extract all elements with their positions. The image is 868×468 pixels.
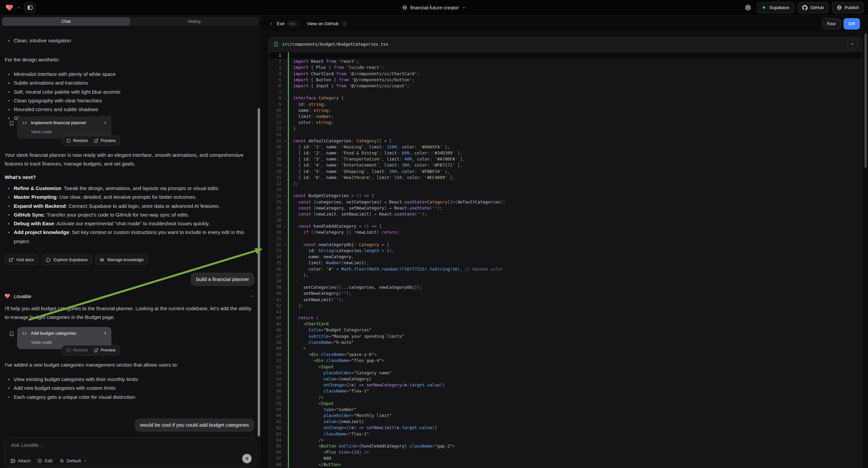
fold-gutter <box>282 413 288 419</box>
view-code-link[interactable]: View code <box>31 129 52 134</box>
code-text: setNewLimit(''); <box>288 297 862 303</box>
code-line: 5import { Button } from '@/components/ui… <box>269 77 862 83</box>
code-text: Add <box>288 455 862 461</box>
line-number: 45 <box>269 321 282 327</box>
project-switcher[interactable]: financial-future-creator <box>402 5 466 10</box>
chevron-down-icon[interactable] <box>17 6 21 10</box>
file-added-icon <box>274 41 278 47</box>
collapse-file-button[interactable] <box>847 39 857 49</box>
fold-gutter <box>282 52 288 58</box>
publish-button[interactable]: Publish <box>832 2 864 13</box>
code-line: 29▾ const handleAddCategory = () => { <box>269 223 862 229</box>
list-item: Expand with Backend: Connect Supabase to… <box>5 202 253 210</box>
code-line: 27 const [newLimit, setNewLimit] = React… <box>269 211 862 217</box>
restore-button[interactable]: Restore <box>66 138 88 143</box>
line-number: 18 <box>269 156 282 162</box>
tab-chat[interactable]: Chat <box>2 17 130 26</box>
manage-knowledge-button[interactable]: Manage knowledge <box>95 255 148 265</box>
exit-button[interactable]: Exit esc <box>270 21 298 27</box>
fold-gutter <box>282 333 288 340</box>
line-number: 31 <box>269 236 282 242</box>
restore-button[interactable]: Restore <box>66 348 88 352</box>
fold-gutter <box>282 205 288 211</box>
code-text: { id: '3', name: 'Transportation', limit… <box>288 156 862 162</box>
code-lines[interactable]: 12import React from 'react';3import { Pl… <box>269 51 862 468</box>
chevron-left-icon <box>270 22 274 26</box>
list-item: Clean, intuitive navigation <box>5 36 253 45</box>
code-line: 57 /> <box>269 394 862 401</box>
code-text: const newCategoryObj: Category = { <box>288 242 862 248</box>
fold-gutter <box>282 236 288 242</box>
settings-button[interactable] <box>742 2 753 13</box>
fold-gutter <box>282 394 288 401</box>
code-icon <box>22 120 27 125</box>
list-item: Each category gets a unique color for vi… <box>5 393 253 402</box>
line-number: 67 <box>269 455 282 461</box>
fold-chevron-icon[interactable]: ▾ <box>282 95 288 101</box>
fold-chevron-icon[interactable]: ▾ <box>282 138 288 144</box>
bookmark-icon[interactable] <box>9 331 14 337</box>
model-selector[interactable]: Default <box>59 458 87 463</box>
code-text: color: '#' + Math.floor(Math.random()*16… <box>288 266 862 272</box>
github-button[interactable]: GitHub <box>797 2 829 13</box>
code-text <box>288 217 862 223</box>
code-line: 10 name: string; <box>269 108 862 114</box>
code-text: import React from 'react'; <box>288 58 862 64</box>
code-text: /> <box>288 437 862 443</box>
code-text: <Input <box>288 364 862 370</box>
code-line: 34 name: newCategory, <box>269 254 862 260</box>
message-menu-button[interactable] <box>249 293 255 299</box>
line-number: 62 <box>269 425 282 431</box>
send-button[interactable] <box>242 454 252 463</box>
fold-chevron-icon[interactable]: ▾ <box>282 193 288 199</box>
tool-card-title: Add budget categories <box>31 331 99 336</box>
view-on-github-button[interactable]: View on GitHub G <box>307 21 348 27</box>
explore-supabase-button[interactable]: Explore Supabase <box>41 255 92 265</box>
fold-gutter <box>282 199 288 205</box>
code-line: 26 const [newCategory, setNewCategory] =… <box>269 205 862 211</box>
file-header[interactable]: src/components/budget/BudgetCategories.t… <box>269 37 862 51</box>
preview-label: Preview <box>101 138 116 143</box>
fold-gutter <box>282 419 288 425</box>
code-text: className="flex-1" <box>288 388 862 394</box>
code-text: id: String(categories.length + 1), <box>288 248 862 254</box>
tab-history[interactable]: History <box>130 17 258 26</box>
toggle-sidebar-button[interactable] <box>24 2 36 13</box>
list-item: Refine & Customize: Tweak the design, an… <box>5 184 253 193</box>
github-label: GitHub <box>810 5 824 10</box>
chat-scrollbar[interactable] <box>258 108 260 436</box>
graduation-cap-icon <box>100 258 104 262</box>
raw-toggle-button[interactable]: Raw <box>822 18 841 30</box>
diff-toggle-button[interactable]: Diff <box>843 18 860 30</box>
fold-chevron-icon[interactable]: ▾ <box>282 242 288 248</box>
fold-chevron-icon[interactable]: ▾ <box>282 223 288 229</box>
preview-button[interactable]: Preview <box>94 138 116 143</box>
attach-button[interactable]: Attach <box>10 458 31 463</box>
code-line: 11 limit: number; <box>269 114 862 119</box>
line-number: 2 <box>269 58 282 64</box>
code-text: limit: Number(newLimit), <box>288 260 862 266</box>
code-text: const BudgetCategories = () => { <box>288 193 862 199</box>
code-scrollbar[interactable] <box>864 34 867 168</box>
bookmark-icon[interactable] <box>9 120 14 126</box>
chat-input[interactable] <box>11 442 236 448</box>
line-number: 17 <box>269 150 282 156</box>
fold-gutter <box>282 388 288 394</box>
edit-mode-button[interactable]: Edit <box>37 458 52 463</box>
line-number: 32 <box>269 242 282 248</box>
supabase-button[interactable]: Supabase <box>756 2 794 13</box>
code-line: 32▾ const newCategoryObj: Category = { <box>269 242 862 248</box>
preview-button[interactable]: Preview <box>94 348 116 352</box>
line-number: 64 <box>269 437 282 443</box>
code-line: 62 onChange={(e) => setNewLimit(e.target… <box>269 425 862 431</box>
line-number: 68 <box>269 462 282 468</box>
view-code-link[interactable]: View code <box>31 340 52 345</box>
line-number: 1 <box>269 52 282 58</box>
visit-docs-button[interactable]: Visit docs <box>4 255 38 265</box>
line-number: 56 <box>269 388 282 394</box>
line-number: 42 <box>269 303 282 309</box>
line-number: 9 <box>269 101 282 108</box>
code-line: 60 placeholder="Monthly limit" <box>269 413 862 419</box>
list-item: View existing budget categories with the… <box>5 375 253 384</box>
lovable-heart-logo[interactable] <box>5 4 13 12</box>
